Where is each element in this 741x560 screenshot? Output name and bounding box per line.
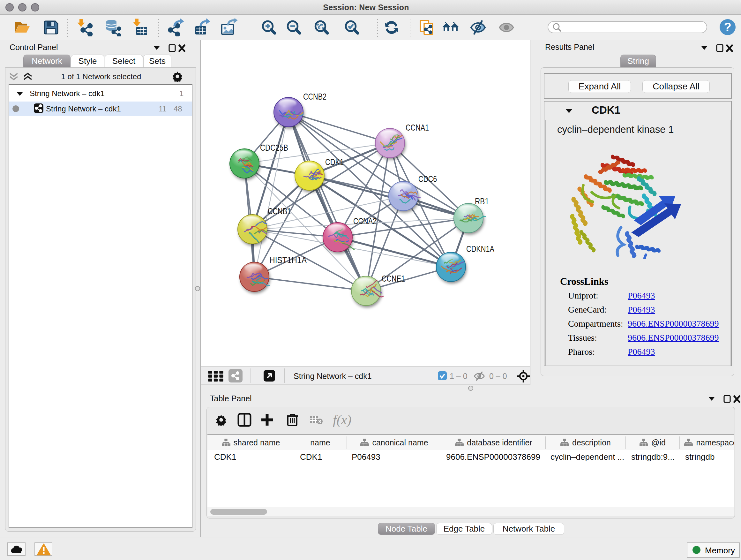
svg-text:CDKN1A: CDKN1A <box>466 244 494 254</box>
svg-text:CCNE1: CCNE1 <box>382 273 405 284</box>
svg-text:HIST1H1A: HIST1H1A <box>269 255 307 265</box>
svg-text:CCNB2: CCNB2 <box>303 91 327 102</box>
svg-text:CDC25B: CDC25B <box>260 143 288 152</box>
svg-text:CCNA1: CCNA1 <box>406 123 429 132</box>
svg-text:CDC6: CDC6 <box>418 174 437 184</box>
svg-text:CCNA2: CCNA2 <box>353 216 377 226</box>
svg-text:CCNB1: CCNB1 <box>268 206 291 216</box>
svg-text:RB1: RB1 <box>475 196 489 206</box>
svg-text:CDK1: CDK1 <box>325 157 344 167</box>
